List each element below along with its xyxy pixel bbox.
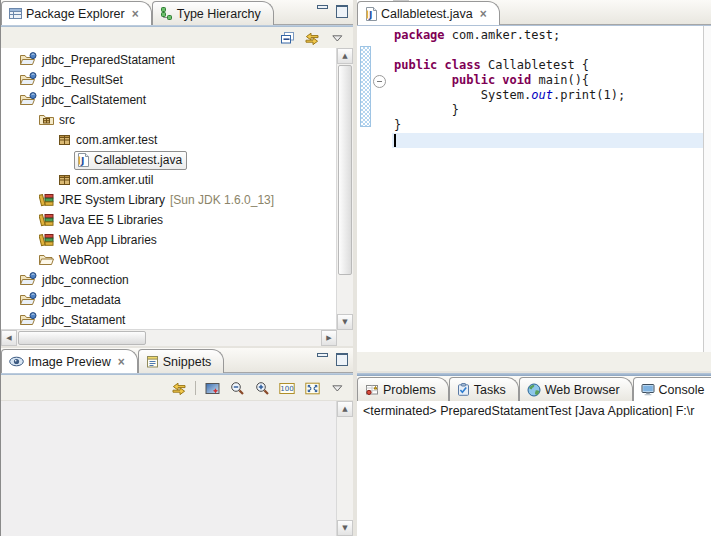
package-explorer-panel: Package Explorer×Type Hierarchy jdbc_Pre… (1, 0, 353, 346)
tree-item-jdbc-connection[interactable]: jdbc_connection (1, 270, 337, 290)
tree-item-cell: WebRoot (36, 251, 114, 270)
tab-label: Problems (383, 383, 436, 397)
minimize-icon[interactable] (317, 5, 327, 15)
tree-item-cell: jdbc_connection (17, 270, 134, 290)
package-explorer-tabstrip: Package Explorer×Type Hierarchy (1, 0, 353, 25)
tab-label: Tasks (474, 383, 506, 397)
tree-item-jdbc-statament[interactable]: jdbc_Statament (1, 310, 337, 330)
scroll-left-icon[interactable]: ◀ (1, 330, 17, 346)
tree-item-web-app-libraries[interactable]: Web App Libraries (1, 230, 337, 250)
tree-item-src[interactable]: src (1, 110, 337, 130)
console-tab-tasks[interactable]: Tasks (449, 377, 519, 401)
scroll-down-icon[interactable]: ▼ (337, 520, 353, 536)
link-with-editor-icon (304, 31, 320, 46)
tree-item-label: com.amker.util (76, 173, 153, 187)
tree-item-jdbc-resultset[interactable]: jdbc_ResultSet (1, 70, 337, 90)
image-icon (205, 382, 220, 395)
tree-item-callabletest-java[interactable]: JCallabletest.java (1, 150, 337, 170)
package-explorer-tab-package-explorer[interactable]: Package Explorer× (1, 1, 152, 25)
tree-item-jre-system-library[interactable]: JRE System Library [Sun JDK 1.6.0_13] (1, 190, 337, 210)
project-tree[interactable]: jdbc_PreparedStatamentjdbc_ResultSetjdbc… (1, 48, 337, 330)
link-with-editor-icon (171, 381, 187, 396)
tree-vertical-scrollbar[interactable]: ▲ ▼ (336, 48, 353, 330)
scrollbar-thumb[interactable] (338, 65, 352, 275)
scroll-right-icon[interactable]: ▶ (321, 330, 337, 346)
maximize-icon[interactable] (336, 353, 348, 366)
code-token: main(){ (531, 73, 589, 87)
console-tab-console[interactable]: Console× (633, 377, 711, 401)
scroll-down-icon[interactable]: ▼ (337, 314, 353, 330)
tree-horizontal-scrollbar[interactable]: ◀ ▶ (1, 329, 337, 346)
image-preview-link-with-editor-button[interactable] (170, 379, 188, 397)
close-icon[interactable]: × (118, 357, 125, 367)
code-token: } (394, 118, 401, 132)
tasks-icon (457, 383, 470, 396)
editor-panel: JCallabletest.java× package com.amker.te… (357, 0, 711, 371)
view-menu-icon (332, 385, 343, 392)
image-preview-tab-snippets[interactable]: Snippets (138, 349, 225, 373)
scrollbar-thumb[interactable] (18, 331, 146, 345)
maximize-icon[interactable] (336, 5, 348, 18)
scrollbar-corner (337, 330, 353, 346)
code-token: package (394, 28, 445, 42)
code-text-area[interactable]: package com.amker.test;public class Call… (392, 28, 704, 148)
tree-item-com-amker-test[interactable]: com.amker.test (1, 130, 337, 150)
console-tab-problems[interactable]: Problems (357, 377, 449, 401)
image-preview-zoom-100-button[interactable]: 100 (278, 379, 296, 397)
tab-label: Image Preview (28, 355, 111, 369)
image-preview-zoom-in-button[interactable] (253, 379, 271, 397)
tree-item-cell: Web App Libraries (36, 231, 162, 250)
package-explorer-view-menu-button[interactable] (328, 29, 346, 47)
tree-item-label: Callabletest.java (94, 153, 182, 167)
tree-item-com-amker-util[interactable]: com.amker.util (1, 170, 337, 190)
package-explorer-toolbar (1, 27, 353, 50)
image-preview-tab-image-preview[interactable]: Image Preview× (1, 349, 138, 373)
close-icon[interactable]: × (480, 9, 487, 19)
package-icon (58, 134, 71, 146)
tree-item-decoration: [Sun JDK 1.6.0_13] (170, 193, 274, 207)
tab-label: Callabletest.java (381, 7, 473, 21)
image-preview-image-button[interactable] (203, 379, 221, 397)
svg-text:J: J (80, 156, 84, 166)
problems-icon (365, 383, 379, 396)
scroll-up-icon[interactable]: ▲ (337, 48, 353, 64)
library-icon (39, 213, 54, 227)
tree-item-label: jdbc_Statament (42, 313, 125, 327)
image-preview-zoom-fit-button[interactable] (303, 379, 321, 397)
tree-item-jdbc-callstatement[interactable]: jdbc_CallStatement (1, 90, 337, 110)
close-icon[interactable]: × (132, 9, 139, 19)
image-preview-minmax (317, 353, 348, 366)
tree-item-cell: com.amker.test (55, 131, 162, 150)
java-project-icon (20, 52, 37, 67)
tree-item-java-ee-5-libraries[interactable]: Java EE 5 Libraries (1, 210, 337, 230)
fold-collapse-icon[interactable] (373, 75, 386, 88)
minimize-icon[interactable] (317, 353, 327, 363)
java-project-icon (20, 72, 37, 87)
package-explorer-tab-type-hierarchy[interactable]: Type Hierarchy (152, 1, 274, 25)
package-explorer-link-with-editor-button[interactable] (303, 29, 321, 47)
code-line-8 (392, 133, 704, 148)
preview-vertical-scrollbar[interactable]: ▲ ▼ (336, 401, 353, 536)
tree-item-webroot[interactable]: WebRoot (1, 250, 337, 270)
editor-tab-callabletest-java[interactable]: JCallabletest.java× (357, 1, 500, 25)
tree-item-jdbc-preparedstatament[interactable]: jdbc_PreparedStatament (1, 50, 337, 70)
image-preview-view-menu-button[interactable] (328, 379, 346, 397)
tree-item-label: jdbc_ResultSet (42, 73, 123, 87)
collapse-all-icon (280, 31, 295, 45)
range-indicator (360, 46, 371, 127)
tree-item-cell: src (36, 111, 80, 130)
code-editor[interactable]: package com.amker.test;public class Call… (357, 26, 711, 352)
console-tab-web-browser[interactable]: Web Browser (519, 377, 633, 401)
console-tabstrip: ProblemsTasksWeb BrowserConsole× (357, 376, 711, 401)
zoom-in-icon (255, 381, 270, 396)
console-output-area[interactable] (357, 417, 711, 536)
tree-item-cell: jdbc_CallStatement (17, 90, 151, 110)
package-explorer-collapse-all-button[interactable] (278, 29, 296, 47)
tree-item-jdbc-metadata[interactable]: jdbc_metadata (1, 290, 337, 310)
scroll-up-icon[interactable]: ▲ (337, 401, 353, 417)
tree-item-label: jdbc_metadata (42, 293, 121, 307)
text-caret (394, 134, 396, 147)
tab-label: Console (659, 383, 705, 397)
code-token: public class (394, 58, 481, 72)
image-preview-zoom-out-button[interactable] (228, 379, 246, 397)
